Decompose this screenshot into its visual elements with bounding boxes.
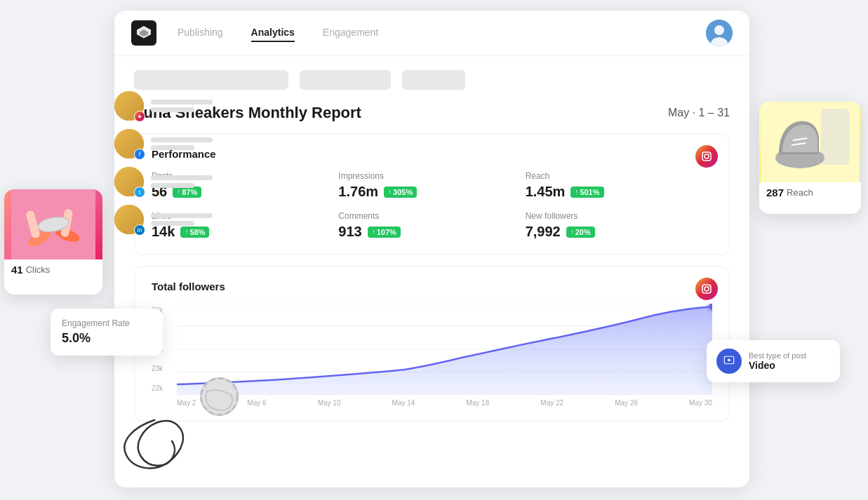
metric-reach-value: 1.45m <box>526 184 566 200</box>
metric-reach-label: Reach <box>526 171 712 181</box>
nav-tabs: Publishing Analytics Engagement <box>178 24 706 42</box>
svg-point-5 <box>705 154 709 158</box>
x-label-may26: May 26 <box>615 399 638 407</box>
clicks-label: Clicks <box>26 264 51 275</box>
metric-impressions-value: 1.76m <box>338 184 378 200</box>
avatar-facebook: f <box>114 129 144 158</box>
x-label-may10: May 10 <box>318 399 341 407</box>
metric-comments-label: Comments <box>338 211 525 221</box>
tab-publishing[interactable]: Publishing <box>178 24 223 42</box>
best-post-text: Best type of post Video <box>749 351 806 371</box>
best-post-icon <box>716 349 742 374</box>
tab-engagement[interactable]: Engagement <box>323 24 378 42</box>
engagement-rate-label: Engagement Rate <box>62 318 152 328</box>
engagement-card: Engagement Rate 5.0% <box>51 309 163 356</box>
best-post-label: Best type of post <box>749 351 806 360</box>
clicks-card-image <box>4 189 102 259</box>
scribble-decoration <box>112 413 196 479</box>
metric-reach-badge: 501% <box>570 187 603 198</box>
best-post-card: Best type of post Video <box>707 340 840 382</box>
reach-card-image <box>759 102 861 182</box>
sidebar-list: ● f t in <box>114 91 213 234</box>
engagement-rate-value: 5.0% <box>62 331 152 346</box>
clicks-footer: 41 Clicks <box>4 259 102 280</box>
sidebar-line-8 <box>151 221 194 226</box>
sidebar-line-2 <box>151 107 194 112</box>
sidebar-item-instagram[interactable]: ● <box>114 91 213 121</box>
buffer-logo[interactable] <box>131 20 156 46</box>
y-label-23k: 23k <box>152 365 171 372</box>
linkedin-badge: in <box>134 224 145 236</box>
instagram-badge: ● <box>134 111 145 122</box>
sidebar-item-facebook[interactable]: f <box>114 129 213 158</box>
svg-point-9 <box>709 286 710 288</box>
metric-impressions-label: Impressions <box>338 171 525 181</box>
followers-instagram-icon <box>695 278 718 300</box>
y-label-22k: 22k <box>152 384 171 392</box>
metric-comments: Comments 913 107% <box>338 211 525 240</box>
x-label-may18: May 18 <box>466 399 489 407</box>
metric-comments-badge: 107% <box>368 227 401 238</box>
reach-label: Reach <box>787 187 813 198</box>
svg-point-2 <box>714 25 724 35</box>
clicks-count: 41 <box>11 264 23 276</box>
filter-pill-3[interactable] <box>402 70 465 90</box>
metric-reach: Reach 1.45m 501% <box>526 171 712 200</box>
best-post-value: Video <box>749 360 806 371</box>
facebook-badge: f <box>134 149 145 160</box>
avatar-linkedin: in <box>114 205 144 234</box>
filter-bar <box>134 70 730 90</box>
metric-followers: New followers 7,992 20% <box>526 211 712 240</box>
navbar: Publishing Analytics Engagement <box>114 11 749 56</box>
svg-rect-25 <box>821 109 849 165</box>
metric-comments-value: 913 <box>338 224 361 240</box>
sidebar-line-3 <box>151 137 213 142</box>
x-label-may2: May 2 <box>177 399 196 407</box>
clicks-card: 41 Clicks <box>4 189 102 295</box>
svg-marker-30 <box>728 358 732 362</box>
sidebar-line-7 <box>151 213 213 218</box>
chart-svg <box>177 304 712 395</box>
metric-impressions: Impressions 1.76m 305% <box>338 171 525 200</box>
main-card: Publishing Analytics Engagement Luna Sne… <box>114 11 749 487</box>
sidebar-line-5 <box>151 175 213 180</box>
reach-card: 287 Reach <box>759 102 861 214</box>
svg-rect-7 <box>702 285 711 293</box>
metric-impressions-badge: 305% <box>384 187 417 198</box>
report-header: Luna Sneakers Monthly Report May · 1 – 3… <box>134 104 730 122</box>
filter-pill-1[interactable] <box>134 70 288 90</box>
metric-followers-value: 7,992 <box>526 224 561 240</box>
followers-title: Total followers <box>152 281 712 292</box>
report-date: May · 1 – 31 <box>668 107 730 119</box>
performance-grid: Posts 56 87% Impressions 1.76m 305% Reac… <box>152 171 712 240</box>
avatar-instagram: ● <box>114 91 144 121</box>
avatar-twitter: t <box>114 167 144 196</box>
x-label-may22: May 22 <box>540 399 563 407</box>
x-label-may14: May 14 <box>392 399 415 407</box>
tab-analytics[interactable]: Analytics <box>251 24 295 42</box>
metric-followers-badge: 20% <box>566 227 595 238</box>
sidebar-line-4 <box>151 145 194 150</box>
svg-point-8 <box>705 287 709 291</box>
reach-count: 287 <box>766 187 784 198</box>
metric-followers-label: New followers <box>526 211 712 221</box>
sidebar-line-6 <box>151 183 194 188</box>
twitter-badge: t <box>134 187 145 198</box>
user-avatar[interactable] <box>706 20 733 46</box>
perf-instagram-icon <box>695 145 718 168</box>
svg-point-6 <box>709 154 710 155</box>
sidebar-line-1 <box>151 100 213 104</box>
reach-footer: 287 Reach <box>759 182 861 203</box>
svg-rect-4 <box>702 152 711 161</box>
performance-card: Performance Posts 56 87% Impressions 1.7… <box>134 133 730 255</box>
performance-title: Performance <box>152 148 712 160</box>
x-label-may30: May 30 <box>689 399 712 407</box>
x-label-may6: May 6 <box>247 399 266 407</box>
filter-pill-2[interactable] <box>300 70 391 90</box>
yarn-ball-decoration <box>200 377 239 416</box>
sidebar-item-linkedin[interactable]: in <box>114 205 213 234</box>
sidebar-item-twitter[interactable]: t <box>114 167 213 196</box>
